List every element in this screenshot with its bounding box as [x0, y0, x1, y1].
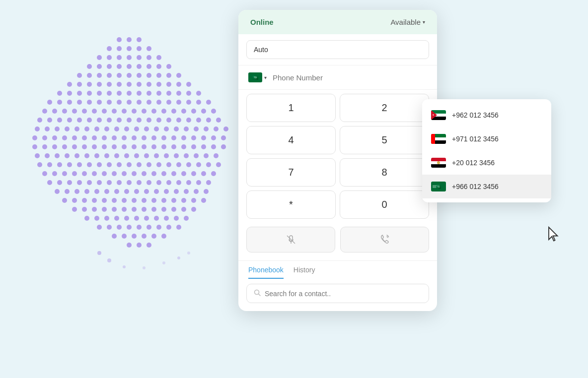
mute-button[interactable] [246, 227, 335, 252]
svg-point-131 [174, 126, 179, 131]
svg-point-323 [97, 251, 101, 255]
call-button[interactable] [340, 227, 429, 252]
dial-btn-8[interactable]: 8 [340, 158, 429, 187]
svg-point-29 [127, 73, 132, 78]
svg-point-56 [137, 91, 142, 96]
svg-point-103 [87, 118, 92, 123]
svg-point-210 [176, 162, 181, 167]
svg-line-335 [259, 294, 261, 296]
svg-point-106 [117, 118, 122, 123]
dial-btn-2[interactable]: 2 [340, 94, 429, 122]
dial-btn-4[interactable]: 4 [246, 126, 336, 154]
svg-point-243 [147, 180, 151, 185]
svg-point-18 [117, 64, 122, 69]
svg-point-285 [112, 207, 117, 212]
tabs-row: Phonebook History [238, 260, 437, 279]
svg-point-299 [134, 216, 139, 221]
svg-point-212 [196, 162, 201, 167]
svg-point-48 [57, 91, 62, 96]
svg-point-125 [114, 126, 119, 131]
svg-point-181 [74, 153, 79, 158]
svg-point-70 [117, 100, 122, 105]
svg-point-24 [77, 73, 82, 78]
svg-point-249 [206, 180, 211, 185]
country-option-ae[interactable]: +971 012 3456 [422, 127, 551, 151]
svg-point-185 [114, 153, 119, 158]
phone-number-input[interactable] [273, 73, 429, 82]
svg-point-294 [84, 216, 89, 221]
svg-point-35 [67, 82, 72, 87]
svg-point-1 [127, 37, 132, 42]
svg-point-122 [84, 126, 89, 131]
svg-point-54 [117, 91, 122, 96]
svg-point-7 [147, 46, 151, 51]
country-flag-button[interactable]: 🇸🇦 ▾ [246, 70, 269, 84]
svg-point-46 [176, 82, 181, 87]
svg-point-172 [181, 144, 186, 149]
svg-point-42 [137, 82, 142, 87]
search-icon [254, 289, 261, 298]
svg-point-248 [196, 180, 201, 185]
svg-point-143 [92, 135, 97, 140]
svg-point-41 [127, 82, 132, 87]
svg-point-321 [137, 243, 142, 248]
svg-point-283 [92, 207, 97, 212]
svg-point-55 [127, 91, 132, 96]
svg-point-40 [117, 82, 122, 87]
auto-input[interactable] [246, 40, 429, 59]
tab-history[interactable]: History [294, 266, 315, 279]
status-bar: Online Available ▾ [238, 10, 437, 34]
svg-point-128 [144, 126, 149, 131]
svg-point-102 [77, 118, 82, 123]
svg-point-195 [214, 153, 219, 158]
svg-point-295 [94, 216, 99, 221]
svg-point-204 [117, 162, 122, 167]
svg-point-314 [112, 234, 117, 239]
country-option-sa[interactable]: 🇸🇦 +966 012 3456 [422, 175, 551, 198]
svg-point-52 [97, 91, 102, 96]
svg-point-17 [107, 64, 112, 69]
svg-point-15 [87, 64, 92, 69]
svg-point-6 [137, 46, 142, 51]
svg-point-317 [142, 234, 147, 239]
svg-point-325 [123, 265, 126, 268]
svg-point-161 [72, 144, 77, 149]
svg-point-218 [72, 171, 77, 176]
svg-point-141 [72, 135, 77, 140]
svg-point-69 [107, 100, 112, 105]
svg-point-32 [156, 73, 161, 78]
country-option-jo[interactable]: +962 012 3456 [422, 103, 551, 127]
svg-point-10 [117, 55, 122, 60]
svg-point-152 [181, 135, 186, 140]
svg-point-84 [82, 109, 87, 114]
svg-point-319 [161, 234, 166, 239]
country-option-eg[interactable]: +20 012 3456 [422, 151, 551, 175]
svg-point-66 [77, 100, 82, 105]
svg-point-14 [156, 55, 161, 60]
svg-point-159 [52, 144, 57, 149]
svg-point-107 [127, 118, 132, 123]
dial-btn-1[interactable]: 1 [246, 94, 336, 122]
svg-point-297 [114, 216, 119, 221]
dial-btn-7[interactable]: 7 [246, 158, 336, 187]
svg-point-76 [176, 100, 181, 105]
svg-point-196 [37, 162, 42, 167]
svg-point-139 [52, 135, 57, 140]
svg-point-211 [186, 162, 191, 167]
svg-rect-347 [431, 164, 446, 168]
dial-btn-0[interactable]: 0 [340, 190, 429, 219]
svg-point-264 [194, 189, 199, 194]
dial-btn-star[interactable]: * [246, 190, 336, 219]
dial-btn-5[interactable]: 5 [340, 126, 429, 154]
search-input[interactable] [265, 290, 422, 298]
svg-point-39 [107, 82, 112, 87]
svg-point-82 [62, 109, 67, 114]
svg-point-252 [74, 189, 79, 194]
svg-point-169 [151, 144, 156, 149]
svg-point-170 [161, 144, 166, 149]
available-status[interactable]: Available ▾ [390, 18, 425, 26]
svg-point-166 [122, 144, 127, 149]
svg-point-245 [166, 180, 171, 185]
svg-point-268 [82, 198, 87, 203]
tab-phonebook[interactable]: Phonebook [248, 266, 284, 279]
